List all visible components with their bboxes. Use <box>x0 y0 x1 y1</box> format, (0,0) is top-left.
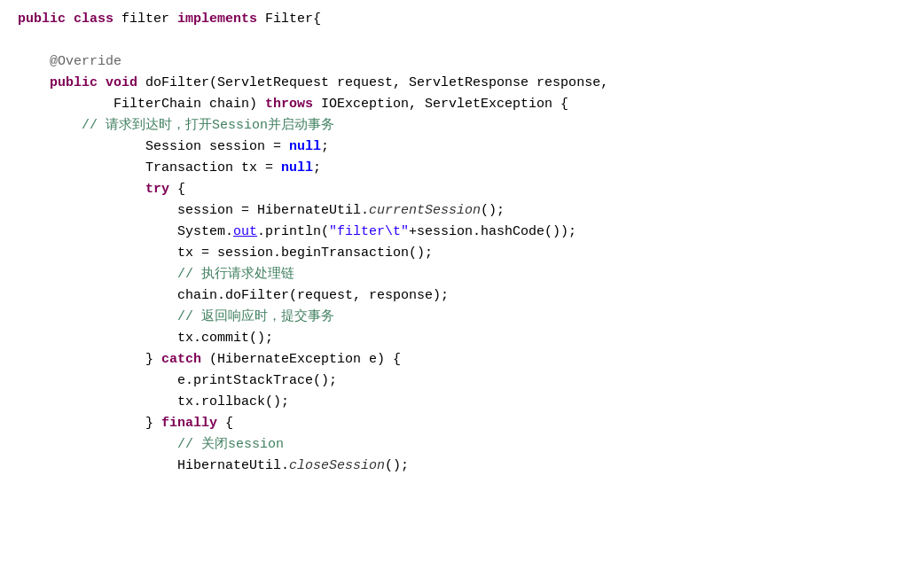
annotation: @Override <box>18 54 121 69</box>
code-text: tx.rollback(); <box>18 394 289 409</box>
code-line: // 请求到达时，打开Session并启动事务 <box>18 115 906 136</box>
code-text: System. <box>18 224 233 239</box>
code-text: Session session = <box>18 139 289 154</box>
comment: // 执行请求处理链 <box>18 267 294 282</box>
comment: // 请求到达时，打开Session并启动事务 <box>18 118 334 133</box>
code-container: public class filter implements Filter{ @… <box>0 0 924 569</box>
keyword-class: class <box>74 12 121 27</box>
code-line: System.out.println("filter\t"+session.ha… <box>18 222 906 243</box>
comment: // 关闭session <box>18 437 284 452</box>
method-name: currentSession <box>369 203 481 218</box>
code-line: session = HibernateUtil.currentSession()… <box>18 200 906 222</box>
keyword-null: null <box>289 139 321 154</box>
keyword-try: try <box>145 182 177 197</box>
code-line <box>18 30 906 51</box>
code-text: FilterChain chain) <box>18 97 265 112</box>
code-line: chain.doFilter(request, response); <box>18 285 906 307</box>
code-line: try { <box>18 179 906 200</box>
code-text: IOException, ServletException { <box>321 97 568 112</box>
code-text: (); <box>481 203 505 218</box>
code-text: (); <box>385 458 409 473</box>
code-line: tx.commit(); <box>18 328 906 349</box>
code-line: tx.rollback(); <box>18 392 906 413</box>
code-text: Transaction tx = <box>18 160 281 175</box>
code-line: public class filter implements Filter{ <box>18 9 906 30</box>
code-text: e.printStackTrace(); <box>18 373 337 388</box>
code-text: filter <box>121 12 177 27</box>
code-line: FilterChain chain) throws IOException, S… <box>18 94 906 115</box>
code-line: // 返回响应时，提交事务 <box>18 307 906 328</box>
code-text: .println( <box>257 224 329 239</box>
code-text: HibernateUtil. <box>18 458 289 473</box>
keyword-catch: catch <box>161 352 209 367</box>
code-block: public class filter implements Filter{ @… <box>18 9 906 477</box>
code-text: chain.doFilter(request, response); <box>18 288 449 303</box>
code-text: (HibernateException e) { <box>209 352 401 367</box>
comment: // 返回响应时，提交事务 <box>18 309 334 324</box>
code-text: { <box>177 182 185 197</box>
code-line: } catch (HibernateException e) { <box>18 349 906 370</box>
code-line: Session session = null; <box>18 136 906 158</box>
keyword-throws: throws <box>265 97 321 112</box>
code-line: Transaction tx = null; <box>18 158 906 179</box>
code-text: session = HibernateUtil. <box>18 203 369 218</box>
code-line: public void doFilter(ServletRequest requ… <box>18 73 906 94</box>
code-text: ; <box>313 160 321 175</box>
code-text: +session.hashCode()); <box>409 224 576 239</box>
code-text: tx.commit(); <box>18 331 273 346</box>
keyword-finally: finally <box>161 416 225 431</box>
code-line: e.printStackTrace(); <box>18 370 906 392</box>
keyword-public: public <box>18 12 74 27</box>
keyword-null: null <box>281 160 313 175</box>
code-text: { <box>225 416 233 431</box>
code-text: } <box>18 416 161 431</box>
keyword-implements: implements <box>177 12 265 27</box>
code-text <box>18 75 50 90</box>
code-text <box>18 182 145 197</box>
code-line: tx = session.beginTransaction(); <box>18 243 906 264</box>
code-text: tx = session.beginTransaction(); <box>18 246 433 261</box>
method-name: closeSession <box>289 458 385 473</box>
code-line: HibernateUtil.closeSession(); <box>18 456 906 477</box>
code-text: ; <box>321 139 329 154</box>
code-text: doFilter(ServletRequest request, Servlet… <box>145 75 608 90</box>
code-text: Filter{ <box>265 12 321 27</box>
field-out: out <box>233 224 257 239</box>
code-line: @Override <box>18 51 906 73</box>
code-text: } <box>18 352 161 367</box>
string-literal: "filter\t" <box>329 224 409 239</box>
keyword-void: void <box>106 75 145 90</box>
code-line: // 关闭session <box>18 434 906 456</box>
code-line: } finally { <box>18 413 906 434</box>
code-line: // 执行请求处理链 <box>18 264 906 285</box>
keyword-public: public <box>50 75 106 90</box>
